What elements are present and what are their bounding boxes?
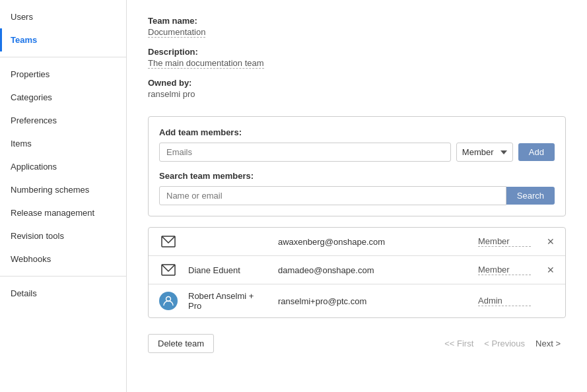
team-description-section: Description: The main documentation team: [148, 47, 566, 78]
email-input[interactable]: [159, 143, 451, 162]
prev-page-button[interactable]: < Previous: [479, 336, 530, 351]
add-members-row: Member Admin Add: [159, 143, 555, 162]
add-members-card: Add team members: Member Admin Add Searc…: [148, 116, 566, 216]
sidebar-item-teams[interactable]: Teams: [0, 28, 126, 51]
owned-by-value: ranselmi pro: [148, 89, 195, 99]
search-input[interactable]: [159, 186, 506, 205]
sidebar-item-categories[interactable]: Categories: [0, 86, 126, 109]
member-role: Admin: [478, 296, 531, 306]
remove-member-button[interactable]: ✕: [547, 236, 555, 247]
footer: Delete team << First < Previous Next >: [148, 334, 566, 353]
table-row: Robert Anselmi + Pro ranselmi+pro@ptc.co…: [149, 284, 565, 317]
sidebar-item-users[interactable]: Users: [0, 5, 126, 28]
table-row: awaxenberg@onshape.com Member ✕: [149, 228, 565, 256]
member-email: ranselmi+pro@ptc.com: [278, 296, 467, 306]
email-icon: [159, 234, 178, 249]
member-name: Diane Eduent: [188, 265, 267, 275]
first-page-button[interactable]: << First: [439, 336, 479, 351]
sidebar-item-numbering-schemes[interactable]: Numbering schemes: [0, 178, 126, 201]
search-button[interactable]: Search: [506, 187, 555, 205]
description-value: The main documentation team: [148, 58, 264, 69]
sidebar: Users Teams Properties Categories Prefer…: [0, 0, 127, 392]
search-members-label: Search team members:: [159, 171, 555, 181]
member-email: damadeo@onshape.com: [278, 265, 467, 275]
main-content: Team name: Documentation Description: Th…: [127, 0, 587, 392]
sidebar-item-webhooks[interactable]: Webhooks: [0, 247, 126, 271]
pagination: << First < Previous Next >: [439, 336, 566, 351]
member-name: Robert Anselmi + Pro: [188, 291, 267, 311]
sidebar-item-preferences[interactable]: Preferences: [0, 109, 126, 132]
email-icon: [159, 263, 178, 277]
divider-1: [0, 57, 126, 57]
sidebar-item-properties[interactable]: Properties: [0, 63, 126, 86]
description-label: Description:: [148, 47, 566, 57]
sidebar-item-items[interactable]: Items: [0, 132, 126, 155]
remove-member-button[interactable]: ✕: [547, 265, 555, 275]
add-members-label: Add team members:: [159, 127, 555, 137]
next-page-button[interactable]: Next >: [530, 336, 566, 351]
add-button[interactable]: Add: [518, 143, 555, 161]
sidebar-item-release-management[interactable]: Release management: [0, 201, 126, 224]
avatar-icon: [159, 292, 178, 310]
members-list: awaxenberg@onshape.com Member ✕ Diane Ed…: [148, 227, 566, 318]
search-row: Search: [159, 186, 555, 205]
sidebar-item-details[interactable]: Details: [0, 282, 126, 305]
table-row: Diane Eduent damadeo@onshape.com Member …: [149, 256, 565, 284]
sidebar-item-applications[interactable]: Applications: [0, 155, 126, 178]
team-owned-by-section: Owned by: ranselmi pro: [148, 78, 566, 108]
owned-by-label: Owned by:: [148, 78, 566, 88]
delete-team-button[interactable]: Delete team: [148, 334, 214, 353]
sidebar-item-revision-tools[interactable]: Revision tools: [0, 224, 126, 247]
role-select[interactable]: Member Admin: [456, 143, 513, 162]
member-role: Member: [478, 265, 531, 275]
member-role: Member: [478, 236, 531, 247]
divider-2: [0, 276, 126, 277]
team-name-value: Documentation: [148, 27, 205, 38]
member-email: awaxenberg@onshape.com: [278, 237, 467, 247]
team-name-section: Team name: Documentation: [148, 16, 566, 47]
team-name-label: Team name:: [148, 16, 566, 26]
